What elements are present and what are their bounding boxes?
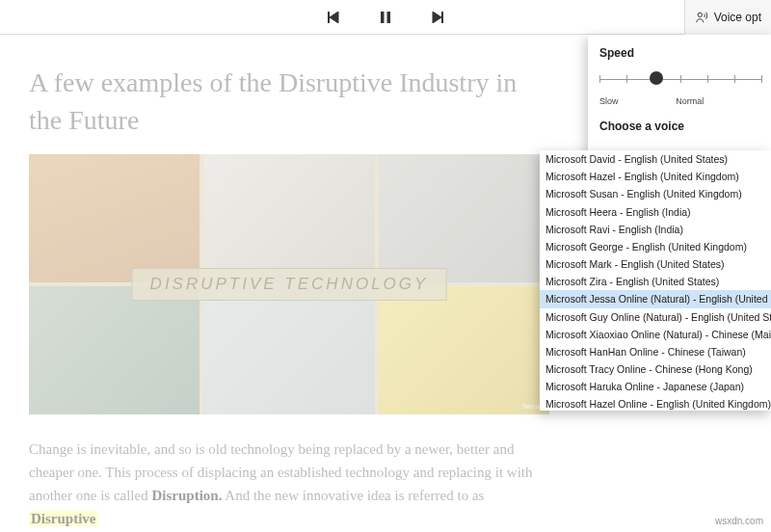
article-banner-image: DISRUPTIVE TECHNOLOGY Tweak	[29, 154, 549, 414]
speed-slider[interactable]	[599, 69, 761, 94]
slider-tick	[599, 75, 600, 83]
choose-voice-title: Choose a voice	[599, 120, 761, 133]
article-body: Change is inevitable, and so is old tech…	[29, 438, 549, 530]
banner-tile	[29, 286, 199, 414]
reading-highlight: Disruptive	[29, 511, 98, 526]
banner-tile	[203, 286, 374, 414]
speed-title: Speed	[599, 46, 761, 60]
voice-options-button[interactable]: Voice opt	[684, 0, 771, 35]
voice-option[interactable]: Microsoft Mark - English (United States)	[540, 255, 771, 273]
speed-min-label: Slow	[599, 96, 619, 106]
voice-options-label: Voice opt	[714, 11, 761, 24]
voice-option[interactable]: Microsoft Guy Online (Natural) - English…	[540, 308, 771, 326]
voice-option[interactable]: Microsoft Hazel Online - English (United…	[540, 395, 771, 411]
voice-option[interactable]: Microsoft Heera - English (India)	[540, 203, 771, 221]
banner-tile	[379, 286, 549, 414]
voice-option[interactable]: Microsoft David - English (United States…	[540, 150, 771, 168]
slider-tick	[761, 75, 762, 83]
svg-rect-3	[387, 12, 390, 23]
banner-tile	[379, 154, 549, 282]
slider-tick	[734, 75, 735, 83]
voice-option[interactable]: Microsoft HanHan Online - Chinese (Taiwa…	[540, 343, 771, 360]
voice-option[interactable]: Microsoft Xiaoxiao Online (Natural) - Ch…	[540, 326, 771, 343]
voice-option[interactable]: Microsoft Jessa Online (Natural) - Engli…	[540, 290, 771, 307]
body-text: And the new innovative idea is referred …	[225, 488, 484, 503]
voice-option[interactable]: Microsoft Ravi - English (India)	[540, 221, 771, 238]
voice-dropdown-list[interactable]: Microsoft David - English (United States…	[540, 150, 771, 411]
bold-term: Disruption.	[151, 488, 222, 503]
svg-marker-1	[330, 12, 338, 23]
slider-tick	[680, 75, 681, 83]
page-watermark: wsxdn.com	[715, 516, 763, 526]
banner-tile	[203, 154, 374, 282]
banner-tile	[29, 154, 199, 282]
svg-marker-5	[433, 12, 441, 23]
slider-labels: Slow Normal	[599, 96, 761, 120]
svg-rect-2	[381, 12, 384, 23]
voice-option[interactable]: Microsoft Tracy Online - Chinese (Hong K…	[540, 360, 771, 378]
slider-tick	[626, 75, 627, 83]
next-button[interactable]	[431, 11, 444, 24]
read-aloud-toolbar: Voice opt	[0, 0, 771, 35]
voice-option[interactable]: Microsoft George - English (United Kingd…	[540, 238, 771, 255]
slider-tick	[707, 75, 708, 83]
playback-controls	[327, 11, 444, 24]
voice-option[interactable]: Microsoft Zira - English (United States)	[540, 273, 771, 290]
person-speak-icon	[695, 11, 708, 24]
voice-option[interactable]: Microsoft Haruka Online - Japanese (Japa…	[540, 378, 771, 395]
banner-text: DISRUPTIVE TECHNOLOGY	[132, 268, 447, 301]
pause-button[interactable]	[379, 11, 392, 24]
svg-point-6	[698, 13, 702, 16]
voice-option[interactable]: Microsoft Susan - English (United Kingdo…	[540, 185, 771, 202]
article-heading: A few examples of the Disruptive Industr…	[29, 64, 530, 139]
previous-button[interactable]	[327, 11, 340, 24]
voice-option[interactable]: Microsoft Hazel - English (United Kingdo…	[540, 168, 771, 185]
slider-thumb[interactable]	[650, 71, 663, 85]
speed-mid-label: Normal	[676, 96, 704, 106]
